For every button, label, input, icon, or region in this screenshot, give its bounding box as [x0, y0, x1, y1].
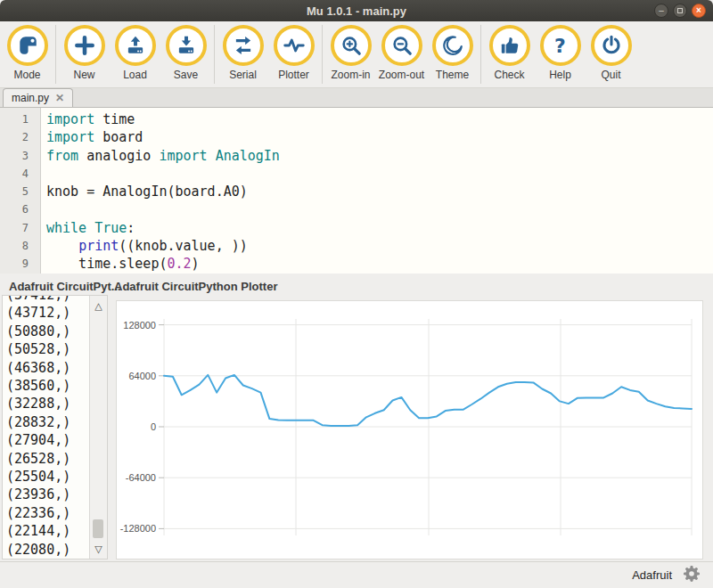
- zoom-out-label: Zoom-out: [379, 69, 424, 81]
- serial-line: (27904,): [6, 431, 88, 449]
- serial-line: (32288,): [6, 395, 88, 412]
- plotter-chart-card: 128000640000-64000-128000: [116, 300, 703, 559]
- serial-output: (37412,)(43712,)(50880,)(50528,)(46368,)…: [3, 295, 88, 559]
- toolbar: Mode New Load Save Serial: [0, 21, 713, 88]
- plotter-chart: 128000640000-64000-128000: [117, 301, 702, 559]
- line-number: 8: [0, 237, 40, 255]
- help-button[interactable]: ? Help: [535, 25, 586, 81]
- line-number: 5: [0, 183, 40, 200]
- quit-icon: [600, 34, 623, 57]
- maximize-icon: [677, 8, 683, 13]
- tab-close-icon[interactable]: ✕: [55, 92, 64, 104]
- code-line: from analogio import AnalogIn: [46, 147, 280, 165]
- serial-line: (25504,): [6, 468, 88, 486]
- tab-main-py[interactable]: main.py ✕: [3, 88, 73, 107]
- line-number: 6: [0, 200, 40, 218]
- load-icon: [124, 34, 147, 57]
- mode-button[interactable]: Mode: [2, 25, 53, 81]
- new-button[interactable]: New: [59, 25, 110, 81]
- scroll-up-button[interactable]: △: [90, 298, 107, 314]
- maximize-button[interactable]: [673, 4, 687, 18]
- serial-line: (26528,): [6, 450, 88, 468]
- theme-icon: [441, 34, 464, 57]
- theme-button[interactable]: Theme: [427, 25, 478, 81]
- serial-scrollbar[interactable]: △ ▽: [89, 296, 107, 559]
- y-axis-tick-label: 64000: [128, 371, 156, 381]
- plotter-dock-title: Adafruit CircuitPython Plotter: [114, 280, 277, 293]
- help-label: Help: [549, 69, 571, 81]
- status-mode-label: Adafruit: [632, 568, 672, 582]
- dock-headers: Adafruit CircuitPyt... Adafruit CircuitP…: [0, 274, 713, 295]
- zoom-out-button[interactable]: Zoom-out: [376, 25, 427, 81]
- toolbar-separator: [322, 25, 323, 84]
- code-line: print((knob.value, )): [46, 237, 280, 255]
- quit-label: Quit: [601, 69, 620, 81]
- code-line: import time: [46, 110, 280, 128]
- save-icon: [175, 34, 198, 57]
- code-line: [46, 200, 280, 218]
- load-label: Load: [123, 69, 147, 81]
- line-number: 4: [0, 165, 40, 183]
- code-editor[interactable]: 123456789 import timeimport boardfrom an…: [0, 108, 713, 274]
- new-icon: [73, 34, 96, 57]
- check-label: Check: [494, 69, 524, 81]
- check-button[interactable]: Check: [484, 25, 535, 81]
- editor-gutter: 123456789: [0, 108, 41, 274]
- serial-button[interactable]: Serial: [217, 25, 268, 81]
- gear-icon[interactable]: [683, 565, 701, 586]
- close-button[interactable]: ×: [692, 4, 706, 18]
- zoom-in-label: Zoom-in: [331, 69, 370, 81]
- serial-label: Serial: [229, 69, 257, 81]
- line-number: 1: [0, 110, 40, 128]
- plotter-data-line: [164, 375, 692, 426]
- toolbar-separator: [55, 25, 56, 84]
- serial-line: (46368,): [6, 359, 88, 377]
- plotter-pane: 128000640000-64000-128000: [111, 295, 711, 561]
- plotter-label: Plotter: [278, 69, 309, 81]
- scrollbar-thumb[interactable]: [93, 519, 103, 538]
- line-number: 3: [0, 147, 40, 165]
- help-icon: ?: [554, 35, 566, 57]
- line-number: 2: [0, 128, 40, 146]
- code-line: while True:: [46, 219, 280, 237]
- line-number: 9: [0, 255, 40, 273]
- plotter-icon: [283, 34, 306, 57]
- zoom-out-icon: [390, 34, 414, 57]
- serial-line: (22336,): [6, 504, 88, 522]
- save-label: Save: [174, 69, 198, 81]
- serial-icon: [232, 34, 255, 57]
- tab-bar: main.py ✕: [0, 88, 713, 108]
- window-title: Mu 1.0.1 - main.py: [307, 4, 406, 18]
- y-axis-tick-label: 128000: [123, 320, 156, 331]
- code-line: knob = AnalogIn(board.A0): [46, 183, 280, 200]
- quit-button[interactable]: Quit: [586, 25, 636, 81]
- serial-line: (22080,): [6, 541, 88, 559]
- theme-label: Theme: [436, 69, 469, 81]
- y-axis-tick-label: 0: [151, 421, 156, 432]
- line-number: 7: [0, 219, 40, 237]
- serial-line: (23936,): [6, 486, 88, 503]
- serial-pane[interactable]: (37412,)(43712,)(50880,)(50528,)(46368,)…: [2, 295, 108, 559]
- close-icon: ×: [696, 6, 701, 15]
- y-axis-tick-label: -128000: [120, 523, 156, 534]
- zoom-in-icon: [340, 34, 363, 57]
- code-line: time.sleep(0.2): [46, 255, 280, 273]
- code-line: [46, 165, 280, 183]
- plotter-button[interactable]: Plotter: [268, 25, 319, 81]
- new-label: New: [73, 69, 94, 81]
- save-button[interactable]: Save: [160, 25, 211, 81]
- scroll-down-button[interactable]: ▽: [90, 541, 107, 557]
- y-axis-tick-label: -64000: [126, 472, 156, 483]
- code-line: import board: [46, 128, 280, 146]
- toolbar-separator: [214, 25, 215, 84]
- zoom-in-button[interactable]: Zoom-in: [325, 25, 376, 81]
- serial-line: (28832,): [6, 413, 88, 431]
- mode-label: Mode: [13, 69, 40, 81]
- serial-line: (50528,): [6, 340, 88, 358]
- toolbar-separator: [480, 25, 481, 84]
- serial-dock-title: Adafruit CircuitPyt...: [9, 280, 121, 293]
- load-button[interactable]: Load: [110, 25, 160, 81]
- status-bar: Adafruit: [0, 561, 713, 588]
- minimize-button[interactable]: –: [654, 4, 668, 18]
- minimize-icon: –: [659, 6, 664, 15]
